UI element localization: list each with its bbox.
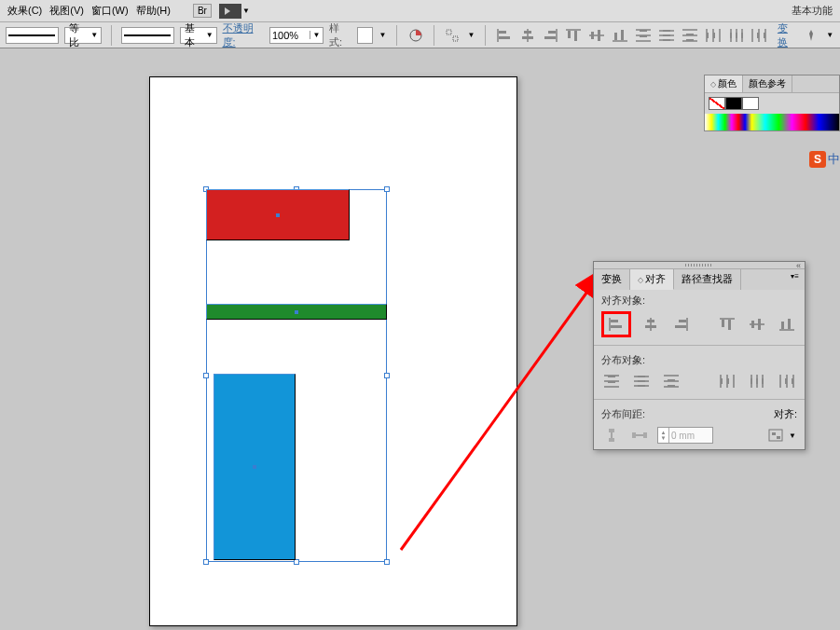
align-left-icon[interactable] (495, 26, 513, 45)
svg-rect-107 (632, 432, 636, 438)
svg-rect-92 (727, 378, 729, 384)
btn-spacing-vert[interactable] (601, 425, 622, 445)
menu-effect[interactable]: 效果(C) (4, 4, 46, 18)
svg-rect-47 (741, 33, 743, 38)
menu-view[interactable]: 视图(V) (46, 4, 88, 18)
sogou-icon[interactable]: S (809, 151, 826, 168)
btn-align-bottom[interactable] (777, 314, 797, 335)
distribute-top-icon[interactable] (635, 26, 653, 45)
btn-align-left[interactable] (606, 314, 627, 335)
handle-tr[interactable] (384, 186, 390, 192)
btn-dist-hcenter[interactable] (747, 371, 767, 391)
brush-preview[interactable] (121, 27, 174, 44)
svg-rect-29 (663, 30, 670, 32)
svg-rect-46 (736, 33, 737, 38)
tab-color[interactable]: 颜色 (705, 75, 743, 92)
select-similar-icon[interactable] (444, 26, 461, 45)
btn-dist-bottom[interactable] (661, 371, 682, 391)
color-spectrum[interactable] (705, 114, 839, 130)
menu-help[interactable]: 帮助(H) (132, 4, 174, 18)
svg-rect-52 (764, 33, 765, 38)
panel-collapse-icon[interactable]: « (796, 261, 801, 270)
distribute-right-icon[interactable] (750, 26, 768, 45)
btn-align-top[interactable] (717, 314, 737, 335)
handle-mr[interactable] (384, 373, 390, 378)
arrange-docs-caret[interactable]: ▼ (241, 7, 251, 15)
swatch-white[interactable] (742, 97, 759, 110)
svg-rect-61 (679, 320, 686, 322)
shape-red[interactable] (206, 189, 350, 240)
distribute-vcenter-icon[interactable] (657, 26, 675, 45)
btn-dist-vcenter[interactable] (631, 371, 652, 391)
stepper-icon[interactable]: ▲▼ (658, 428, 669, 443)
svg-rect-1 (447, 30, 451, 34)
opacity-input[interactable]: ▼ (269, 27, 324, 44)
btn-align-to[interactable] (765, 425, 786, 445)
svg-rect-62 (675, 325, 686, 328)
svg-rect-70 (781, 322, 784, 329)
bridge-button[interactable]: Br (193, 4, 212, 18)
workspace-label[interactable]: 基本功能 (792, 4, 833, 18)
btn-align-vcenter[interactable] (747, 314, 767, 335)
btn-align-hcenter[interactable] (640, 314, 661, 335)
align-bottom-icon[interactable] (612, 26, 629, 45)
stroke-weight-preview[interactable] (6, 27, 59, 44)
align-top-icon[interactable] (565, 26, 583, 45)
btn-dist-top[interactable] (601, 371, 622, 391)
spacing-input[interactable] (669, 428, 712, 443)
align-vcenter-icon[interactable] (588, 26, 606, 45)
align-to-label: 对齐: (774, 407, 797, 421)
swatch-none[interactable] (709, 97, 725, 110)
handle-bl[interactable] (203, 559, 209, 565)
svg-rect-19 (614, 33, 617, 40)
svg-rect-55 (611, 320, 618, 322)
svg-rect-51 (757, 33, 759, 38)
pin-icon[interactable] (803, 26, 820, 45)
recolor-icon[interactable] (406, 26, 424, 45)
handle-ml[interactable] (203, 373, 209, 378)
handle-br[interactable] (384, 559, 390, 565)
svg-rect-104 (609, 429, 614, 432)
btn-dist-right[interactable] (777, 371, 797, 391)
svg-rect-75 (608, 376, 615, 377)
tab-transform[interactable]: 变换 (594, 269, 630, 290)
artboard[interactable] (149, 76, 517, 626)
tab-color-guide[interactable]: 颜色参考 (743, 75, 792, 92)
swatch-black[interactable] (725, 97, 742, 110)
transform-link[interactable]: 变换 (778, 21, 797, 49)
panel-menu-icon[interactable]: ▾≡ (785, 269, 805, 290)
svg-rect-36 (686, 39, 694, 41)
btn-spacing-horiz[interactable] (629, 425, 650, 445)
distribute-left-icon[interactable] (704, 26, 722, 45)
ime-lang[interactable]: 中 (828, 151, 840, 168)
svg-rect-103 (792, 378, 793, 384)
svg-rect-2 (453, 36, 458, 41)
svg-rect-86 (668, 379, 675, 381)
svg-rect-25 (640, 35, 647, 37)
stroke-uniform-drop[interactable]: 等比▼ (64, 27, 102, 44)
opacity-label[interactable]: 不透明度: (223, 21, 264, 49)
style-swatch[interactable] (357, 27, 373, 44)
style-caret[interactable]: ▼ (379, 31, 387, 39)
opacity-field[interactable] (270, 30, 310, 41)
center-red (276, 213, 280, 217)
brush-basic-drop[interactable]: 基本▼ (180, 27, 217, 44)
btn-align-right[interactable] (670, 314, 691, 335)
align-to-caret[interactable]: ▼ (788, 431, 797, 440)
spacing-value-box[interactable]: ▲▼ (657, 427, 713, 444)
align-right-icon[interactable] (542, 26, 559, 45)
svg-rect-80 (638, 376, 645, 377)
distribute-bottom-icon[interactable] (681, 26, 698, 45)
shape-blue[interactable] (213, 374, 296, 560)
btn-dist-left[interactable] (717, 371, 737, 391)
svg-rect-5 (499, 36, 510, 39)
arrange-docs-button[interactable] (219, 4, 241, 19)
tab-align[interactable]: 对齐 (630, 269, 674, 290)
panel-grip[interactable]: « (594, 262, 805, 269)
svg-rect-16 (591, 32, 594, 39)
shape-green[interactable] (206, 304, 387, 320)
align-hcenter-icon[interactable] (518, 26, 536, 45)
tab-pathfinder[interactable]: 路径查找器 (674, 269, 741, 290)
distribute-hcenter-icon[interactable] (727, 26, 745, 45)
menu-window[interactable]: 窗口(W) (88, 4, 132, 18)
